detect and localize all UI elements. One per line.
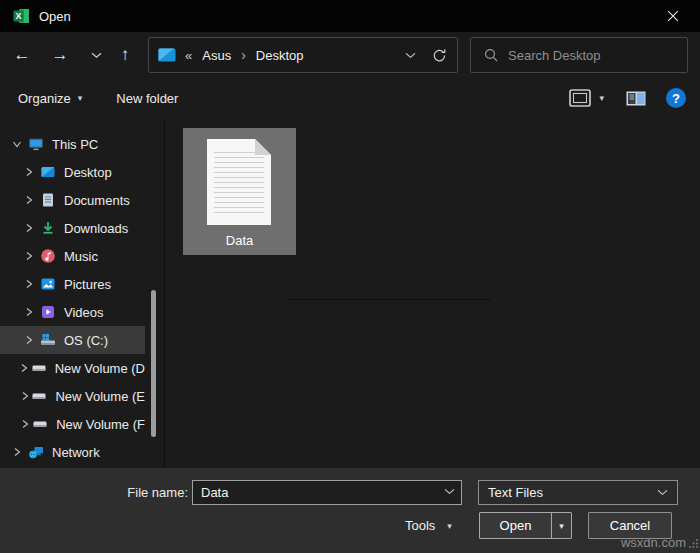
refresh-icon[interactable]: [432, 48, 447, 63]
new-folder-button[interactable]: New folder: [116, 91, 178, 106]
location-folder-icon: [158, 48, 176, 62]
chevron-down-icon: ▾: [447, 521, 452, 531]
open-button[interactable]: Open: [480, 513, 551, 538]
sidebar-item-label: This PC: [52, 137, 98, 152]
back-icon[interactable]: ←: [8, 39, 36, 71]
help-button[interactable]: ?: [666, 88, 686, 108]
sidebar-item-this-pc[interactable]: This PC: [0, 130, 145, 158]
sidebar-item-label: New Volume (D: [55, 361, 145, 376]
title-bar: X Open: [0, 0, 700, 32]
sidebar-item-label: Documents: [64, 193, 130, 208]
file-name-combo: [192, 480, 462, 505]
sidebar-item-label: Network: [52, 445, 100, 460]
search-box[interactable]: [470, 37, 688, 73]
search-icon: [484, 48, 498, 62]
svg-text:X: X: [15, 11, 21, 21]
documents-icon: [40, 192, 56, 208]
this-pc-icon: [28, 136, 44, 152]
excel-app-icon: X: [13, 8, 30, 24]
sidebar-item-label: Videos: [64, 305, 104, 320]
chevron-expanded-icon[interactable]: [8, 139, 26, 149]
sidebar-item-pictures[interactable]: Pictures: [0, 270, 145, 298]
file-name-chevron-icon[interactable]: [444, 488, 455, 495]
videos-icon: [40, 304, 56, 320]
up-icon[interactable]: ↑: [111, 39, 139, 71]
file-name-label: Data: [183, 233, 296, 248]
window-title: Open: [39, 9, 71, 24]
drive-icon: [31, 388, 47, 404]
close-icon[interactable]: [652, 0, 694, 32]
sidebar-item-documents[interactable]: Documents: [0, 186, 145, 214]
file-list-pane: Data: [164, 118, 700, 468]
sidebar-item-label: Desktop: [64, 165, 112, 180]
file-item-data[interactable]: Data: [183, 128, 296, 255]
forward-icon[interactable]: →: [46, 39, 74, 71]
sidebar-item-new-volume-e[interactable]: New Volume (E: [0, 382, 145, 410]
sidebar-item-network[interactable]: Network: [0, 438, 145, 466]
chevron-collapsed-icon[interactable]: [20, 251, 38, 261]
sidebar-item-videos[interactable]: Videos: [0, 298, 145, 326]
sidebar-item-label: Music: [64, 249, 98, 264]
sidebar-item-downloads[interactable]: Downloads: [0, 214, 145, 242]
address-bar[interactable]: « Asus › Desktop: [148, 37, 458, 73]
open-options-chevron-icon[interactable]: ▾: [552, 513, 571, 538]
sidebar-item-label: New Volume (F: [56, 417, 145, 432]
chevron-collapsed-icon[interactable]: [8, 447, 26, 457]
breadcrumb-item-desktop[interactable]: Desktop: [256, 48, 304, 63]
sidebar-item-label: Downloads: [64, 221, 128, 236]
network-icon: [28, 444, 44, 460]
chevron-collapsed-icon[interactable]: [20, 223, 38, 233]
file-name-input[interactable]: [192, 480, 462, 505]
navigation-tree: This PC Desktop Documents Downloads: [0, 118, 163, 468]
open-dialog: X Open ← → ↑ « Asus › Desktop: [0, 0, 700, 553]
command-bar: Organize ▾ New folder ▾ ?: [0, 78, 700, 118]
os-drive-icon: [40, 332, 56, 348]
pictures-icon: [40, 276, 56, 292]
chevron-collapsed-icon[interactable]: [20, 419, 30, 429]
chevron-collapsed-icon[interactable]: [20, 307, 38, 317]
chevron-collapsed-icon[interactable]: [20, 335, 38, 345]
text-document-icon: [207, 139, 271, 225]
downloads-icon: [40, 220, 56, 236]
dialog-content: This PC Desktop Documents Downloads: [0, 118, 700, 468]
search-input[interactable]: [508, 48, 687, 63]
breadcrumb-item-asus[interactable]: Asus: [202, 48, 231, 63]
breadcrumb-overflow-icon[interactable]: «: [185, 48, 192, 63]
drive-icon: [31, 360, 47, 376]
watermark: wsxdn.com: [621, 535, 686, 550]
sidebar-item-new-volume-d[interactable]: New Volume (D: [0, 354, 145, 382]
sidebar-item-label: Pictures: [64, 277, 111, 292]
chevron-down-icon: ▾: [78, 93, 83, 103]
open-split-button: Open ▾: [479, 512, 572, 539]
sidebar-item-new-volume-f[interactable]: New Volume (F: [0, 410, 145, 438]
sidebar-item-music[interactable]: Music: [0, 242, 145, 270]
chevron-collapsed-icon[interactable]: [20, 363, 29, 373]
file-type-select[interactable]: Text Files: [478, 480, 678, 505]
recent-locations-chevron-icon[interactable]: [82, 39, 110, 71]
organize-button[interactable]: Organize ▾: [18, 91, 82, 106]
tools-button[interactable]: Tools ▾: [405, 512, 452, 539]
chevron-collapsed-icon[interactable]: [20, 279, 38, 289]
file-name-field-label: File name:: [100, 485, 188, 500]
view-options-chevron-icon[interactable]: ▾: [599, 93, 604, 103]
change-view-icon[interactable]: [569, 89, 591, 107]
chevron-collapsed-icon[interactable]: [20, 391, 29, 401]
divider: [289, 299, 491, 300]
sidebar-item-label: OS (C:): [64, 333, 108, 348]
address-dropdown-chevron-icon[interactable]: [401, 46, 420, 65]
chevron-collapsed-icon[interactable]: [20, 167, 38, 177]
sidebar-item-os-c[interactable]: OS (C:): [0, 326, 145, 354]
music-icon: [40, 248, 56, 264]
sidebar-scrollbar[interactable]: [151, 290, 156, 437]
file-type-value: Text Files: [488, 485, 543, 500]
drive-icon: [32, 416, 48, 432]
resize-grip[interactable]: [688, 537, 699, 552]
chevron-collapsed-icon[interactable]: [20, 195, 38, 205]
sidebar-item-label: New Volume (E: [55, 389, 145, 404]
breadcrumb-separator-icon[interactable]: ›: [241, 47, 246, 63]
preview-pane-icon[interactable]: [626, 91, 646, 106]
desktop-icon: [40, 164, 56, 180]
navigation-bar: ← → ↑ « Asus › Desktop: [0, 32, 700, 78]
sidebar-item-desktop[interactable]: Desktop: [0, 158, 145, 186]
tools-label: Tools: [405, 518, 435, 533]
